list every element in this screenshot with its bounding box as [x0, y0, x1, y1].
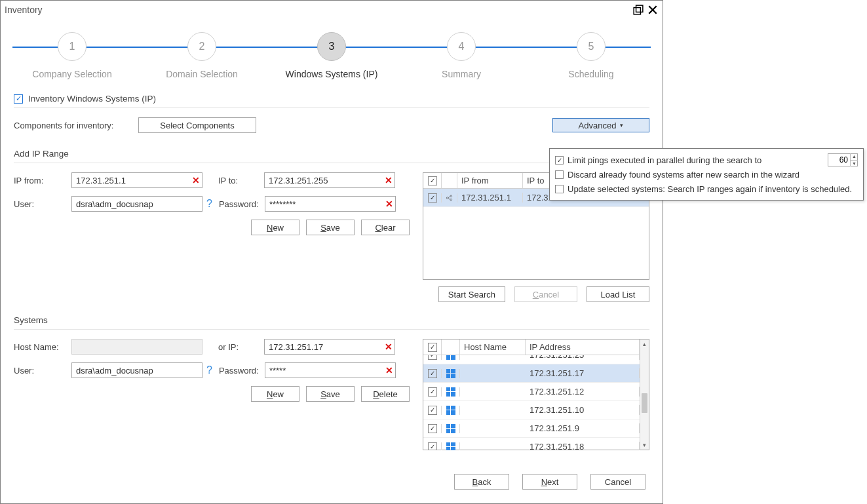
help-icon[interactable]: ?: [206, 198, 212, 210]
systems-row-ip: 172.31.251.25: [526, 355, 640, 360]
systems-row-ip: 172.31.251.10: [526, 405, 640, 415]
ip-from-label: IP from:: [14, 176, 71, 185]
hostname-label: Host Name:: [14, 342, 71, 352]
clear-button[interactable]: Clear: [361, 220, 410, 235]
nodes-icon: [446, 193, 453, 203]
ranges-select-all-checkbox[interactable]: [428, 176, 437, 185]
systems-row-checkbox[interactable]: [428, 369, 437, 378]
systems-row-checkbox[interactable]: [428, 406, 437, 415]
systems-row[interactable]: 172.31.251.9: [423, 419, 649, 438]
windows-icon: [446, 424, 455, 433]
step-company[interactable]: 1 Company Selection: [7, 32, 137, 79]
systems-new-button[interactable]: New: [251, 386, 299, 402]
systems-user-label: User:: [14, 366, 71, 376]
ip-from-input[interactable]: [71, 172, 202, 188]
limit-pings-label: Limit pings executed in parallel during …: [568, 155, 761, 165]
systems-grid[interactable]: Host Name IP Address 172.31.251.25172.31…: [423, 339, 649, 450]
svg-line-8: [448, 198, 450, 200]
start-search-button[interactable]: Start Search: [438, 286, 505, 302]
save-button[interactable]: Save: [306, 220, 355, 235]
systems-header: Systems: [14, 315, 48, 325]
systems-col-hostname: Host Name: [460, 339, 526, 355]
new-button[interactable]: New: [251, 220, 299, 235]
maximize-icon: [633, 5, 644, 15]
next-button[interactable]: Next: [522, 474, 577, 490]
user-input[interactable]: [71, 196, 202, 212]
wizard-steps: 1 Company Selection 2 Domain Selection 3…: [7, 32, 656, 79]
discard-found-label: Discard already found systems after new …: [568, 170, 800, 180]
clear-ip-to-icon[interactable]: ✕: [385, 175, 393, 185]
window-title: Inventory: [5, 5, 43, 15]
svg-rect-1: [636, 5, 643, 12]
systems-row[interactable]: 172.31.251.12: [423, 383, 649, 401]
systems-row[interactable]: 172.31.251.18: [423, 438, 649, 450]
systems-user-input[interactable]: [71, 362, 202, 378]
systems-delete-button[interactable]: Delete: [361, 386, 410, 402]
systems-row[interactable]: 172.31.251.17: [423, 364, 649, 383]
clear-ip-from-icon[interactable]: ✕: [192, 175, 200, 185]
limit-pings-checkbox[interactable]: [555, 156, 564, 165]
windows-icon: [446, 442, 455, 451]
or-ip-input[interactable]: [264, 339, 395, 355]
or-ip-label: or IP:: [218, 342, 264, 352]
systems-col-ip: IP Address: [526, 339, 640, 355]
systems-row-checkbox[interactable]: [428, 442, 437, 451]
systems-row-checkbox[interactable]: [428, 355, 437, 360]
inventory-dialog: Inventory 1 Company Selection 2 Domain S…: [0, 0, 663, 504]
step-scheduling[interactable]: 5 Scheduling: [526, 32, 656, 79]
svg-point-6: [450, 199, 452, 201]
cancel-button[interactable]: Cancel: [590, 474, 645, 490]
update-selected-checkbox[interactable]: [555, 185, 564, 193]
windows-icon: [446, 355, 455, 360]
systems-row[interactable]: 172.31.251.25: [423, 355, 649, 364]
password-input[interactable]: [265, 196, 396, 212]
spin-up-icon[interactable]: ▲: [851, 153, 858, 161]
systems-select-all-checkbox[interactable]: [428, 343, 437, 352]
systems-help-icon[interactable]: ?: [206, 364, 212, 376]
advanced-popup: Limit pings executed in parallel during …: [549, 148, 864, 201]
ip-to-input[interactable]: [264, 172, 395, 188]
svg-line-7: [448, 196, 450, 198]
inventory-enable-checkbox[interactable]: [14, 94, 23, 104]
select-components-button[interactable]: Select Components: [138, 117, 256, 133]
systems-row-ip: 172.31.251.17: [526, 368, 640, 378]
clear-or-ip-icon[interactable]: ✕: [385, 341, 393, 352]
systems-password-input[interactable]: [265, 362, 396, 378]
close-button[interactable]: [647, 4, 659, 16]
scroll-up-icon[interactable]: ▴: [640, 339, 649, 349]
step-summary[interactable]: 4 Summary: [396, 32, 526, 79]
cancel-search-button: Cancel: [514, 286, 577, 302]
ip-to-label: IP to:: [218, 176, 264, 185]
inventory-enable-row: Inventory Windows Systems (IP): [14, 94, 649, 104]
back-button[interactable]: Back: [454, 474, 509, 490]
maximize-button[interactable]: [632, 4, 644, 16]
advanced-button[interactable]: Advanced ▾: [552, 118, 649, 132]
scroll-thumb[interactable]: [642, 393, 647, 413]
spin-down-icon[interactable]: ▼: [851, 161, 858, 167]
systems-row-checkbox[interactable]: [428, 424, 437, 433]
spinner[interactable]: ▲ ▼: [850, 153, 858, 166]
svg-point-5: [450, 195, 452, 197]
clear-password-icon[interactable]: ✕: [385, 199, 393, 209]
systems-row-ip: 172.31.251.18: [526, 442, 640, 450]
step-windows-ip[interactable]: 3 Windows Systems (IP): [267, 32, 396, 79]
discard-found-checkbox[interactable]: [555, 170, 564, 179]
systems-save-button[interactable]: Save: [306, 386, 355, 402]
close-icon: [647, 5, 658, 15]
load-list-button[interactable]: Load List: [587, 286, 649, 302]
systems-row[interactable]: 172.31.251.10: [423, 401, 649, 419]
systems-row-ip: 172.31.251.12: [526, 387, 640, 397]
inventory-enable-label: Inventory Windows Systems (IP): [28, 94, 156, 104]
systems-row-checkbox[interactable]: [428, 387, 437, 397]
titlebar: Inventory: [1, 1, 663, 19]
systems-scrollbar[interactable]: ▴ ▾: [640, 339, 649, 450]
clear-systems-password-icon[interactable]: ✕: [385, 365, 393, 376]
scroll-down-icon[interactable]: ▾: [640, 440, 649, 450]
svg-rect-0: [634, 8, 640, 14]
step-domain[interactable]: 2 Domain Selection: [137, 32, 267, 79]
windows-icon: [446, 369, 455, 378]
ranges-col-ipfrom: IP from: [457, 173, 523, 188]
systems-row-ip: 172.31.251.9: [526, 423, 640, 433]
range-row-checkbox[interactable]: [428, 193, 437, 203]
windows-icon: [446, 406, 455, 415]
